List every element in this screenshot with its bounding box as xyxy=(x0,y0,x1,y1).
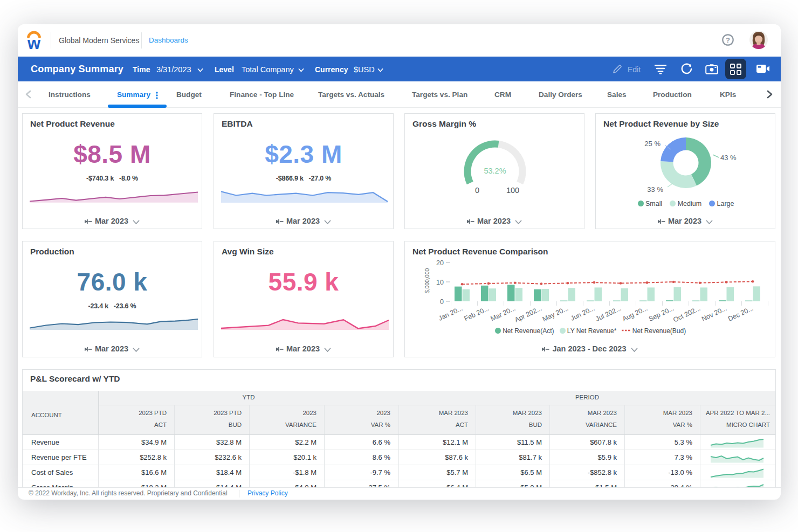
svg-text:$,000,000: $,000,000 xyxy=(424,268,430,293)
svg-text:Nov 20...: Nov 20... xyxy=(700,305,728,323)
svg-text:Dec 20...: Dec 20... xyxy=(727,305,754,323)
svg-text:100: 100 xyxy=(506,186,519,195)
svg-text:Aug 20...: Aug 20... xyxy=(621,305,649,323)
svg-text:Sep 20...: Sep 20... xyxy=(648,305,675,323)
svg-text:Jun 20...: Jun 20... xyxy=(569,305,596,322)
svg-text:20: 20 xyxy=(436,259,444,267)
svg-text:33 %: 33 % xyxy=(647,185,663,194)
svg-text:Oct 202...: Oct 202... xyxy=(672,305,701,324)
svg-text:w: w xyxy=(27,34,41,50)
svg-text:Jul 202...: Jul 202... xyxy=(594,305,622,323)
svg-text:Apr 202...: Apr 202... xyxy=(513,305,543,324)
svg-text:0: 0 xyxy=(475,186,479,195)
svg-text:Feb 20...: Feb 20... xyxy=(463,305,491,323)
svg-text:?: ? xyxy=(726,36,730,44)
svg-text:Jan 20...: Jan 20... xyxy=(437,305,464,322)
svg-text:25 %: 25 % xyxy=(644,140,661,148)
svg-text:53.2%: 53.2% xyxy=(484,167,506,175)
svg-text:May 20...: May 20... xyxy=(541,305,570,323)
svg-text:0: 0 xyxy=(440,298,444,306)
svg-text:10: 10 xyxy=(436,279,444,286)
svg-text:Mar 20...: Mar 20... xyxy=(490,305,517,323)
svg-text:43 %: 43 % xyxy=(720,154,737,162)
